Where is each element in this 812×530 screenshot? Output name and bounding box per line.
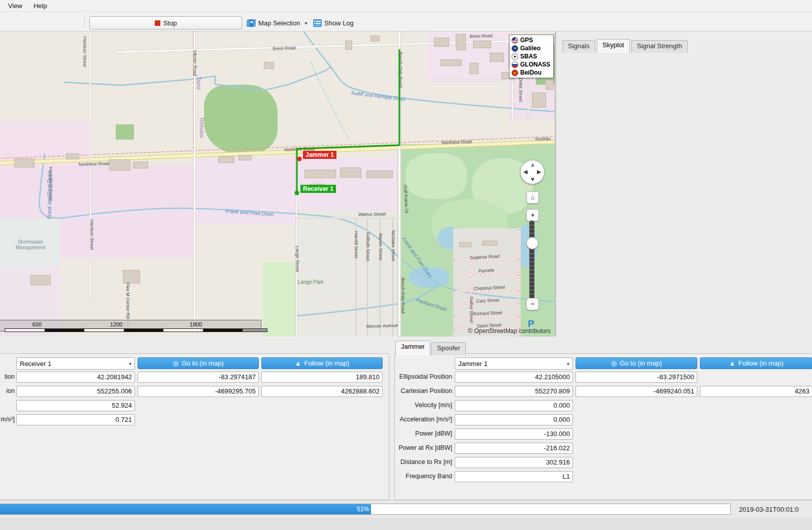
value-field[interactable]: 52.924 [16,400,135,411]
receiver-group-box: Receiver 1 ◎Go to (in map) ▲Follow (in m… [0,353,389,500]
row-label: Power at Rx [dBW] [395,444,452,451]
scale-tick-label: 1800 [190,321,202,327]
receiver-goto-button[interactable]: ◎Go to (in map) [138,357,259,369]
tab-jammer[interactable]: Jammer [395,341,430,355]
value-field[interactable]: 42.2105000 [455,372,573,383]
tab-skyplot[interactable]: Skyplot [597,39,630,53]
legend-row-sbas: ➤SBAS [512,52,551,60]
show-log-label: Show Log [324,19,354,27]
us-flag-icon [512,37,518,44]
map-view[interactable]: Brest RoadBrest RoadInkster RoadTaylorRo… [0,31,556,337]
value-field[interactable]: -216.022 [455,443,573,454]
pan-down-icon[interactable]: ▼ [530,177,535,182]
row-label: m/s²] [0,416,15,423]
scale-segment [5,329,45,332]
scale-tick-label: 1200 [110,321,122,327]
value-field[interactable]: -4699240.051 [576,386,697,397]
value-field[interactable]: 189.810 [261,372,383,383]
map-marker-label[interactable]: Receiver 1 [300,185,336,193]
signals-panel: Receiver 1 N03060E120150S210240W30033030… [557,31,812,337]
value-field[interactable]: 552270.809 [455,386,573,397]
map-zoom-slider-track[interactable] [529,220,534,300]
value-field[interactable]: -130.000 [455,428,573,440]
value-field[interactable]: -83.2974187 [138,372,259,383]
menu-item-view[interactable]: View [3,1,27,11]
value-field[interactable]: 42.2081942 [16,372,135,383]
jammer-goto-button[interactable]: ◎Go to (in map) [576,357,697,369]
progress-percent-label: 51% [357,506,369,513]
map-marker-label[interactable]: Jammer 1 [303,151,336,159]
legend-label: GPS [520,37,533,44]
map-zoom-in-button[interactable]: + [526,209,539,221]
row-label: tion [0,373,15,380]
value-field[interactable]: 0.721 [16,414,135,425]
legend-label: SBAS [520,53,537,60]
eu-flag-icon: ✶ [512,45,518,52]
status-bar: 51% 2019-03-31T00:01:0 [0,500,812,518]
row-label: Acceleration [m/s²] [395,416,452,423]
row-label: ion [0,387,15,394]
scale-segment [203,329,243,332]
value-field[interactable]: 0.000 [455,400,573,411]
jammer-select[interactable]: Jammer 1 [455,357,573,370]
stop-button[interactable]: Stop [89,16,242,29]
row-label: Frequency Band [395,473,452,480]
tab-spoofer[interactable]: Spoofer [431,342,466,355]
map-zoom-out-button[interactable]: − [526,298,539,310]
value-field[interactable]: -4699295.705 [138,386,259,397]
cn-flag-icon: ★ [512,70,518,76]
pan-right-icon[interactable]: ▶ [537,169,541,175]
show-log-button[interactable]: Show Log [313,16,354,29]
legend-row-beidou: ★BeiDou [512,69,551,77]
jammer-follow-button[interactable]: ▲Follow (in map) [700,357,812,369]
legend-label: Galileo [520,45,540,52]
ru-flag-icon [512,61,518,68]
row-label: Ellipsoidal Position [395,373,452,380]
menu-item-help[interactable]: Help [28,1,52,11]
map-pan-control[interactable]: ▲ ▼ ◀ ▶ [520,160,545,184]
value-field[interactable]: L1 [455,471,573,482]
row-label: Velocity [m/s] [395,402,452,409]
map-marker-dot [295,191,299,195]
receiver-select-value: Receiver 1 [20,360,51,368]
goto-icon: ◎ [611,359,617,367]
map-home-button[interactable]: ⌂ [526,191,539,204]
legend-row-glonass: GLONASS [512,60,551,69]
sbas-flag-icon: ➤ [512,53,518,60]
window-bottom-strip [0,518,812,530]
legend-row-gps: GPS [512,36,551,44]
log-list-icon [313,19,322,27]
scale-segment [84,329,124,332]
value-field[interactable]: 4262888.602 [261,386,383,397]
scale-segment [243,329,267,332]
map-selection-button[interactable]: Map Selection ▾ [247,16,309,29]
stop-label: Stop [163,19,177,27]
value-field[interactable]: 0.000 [455,414,573,425]
simulation-progress-bar: 51% [0,504,731,515]
map-selection-label: Map Selection [258,19,300,27]
constellation-legend: GPS✶Galileo➤SBASGLONASS★BeiDou [509,35,554,78]
chevron-down-icon[interactable]: ▾ [302,20,309,26]
receiver-follow-button[interactable]: ▲Follow (in map) [261,357,383,369]
value-field[interactable]: 4263 [700,386,812,397]
trajectory-route [0,31,555,337]
map-pin-icon [246,19,256,27]
tab-signals[interactable]: Signals [562,40,595,53]
value-field[interactable]: -83.2971500 [576,372,697,383]
legend-label: GLONASS [520,61,550,68]
simulation-timestamp: 2019-03-31T00:01:0 [739,506,799,513]
jammer-group-box: Jammer 1 ◎Go to (in map) ▲Follow (in map… [394,353,812,500]
tab-signal-strength[interactable]: Signal Strength [631,40,688,53]
toolbar: Stop Map Selection ▾ Show Log [0,12,812,31]
row-label: Distance to Rx [m] [395,458,452,466]
receiver-select[interactable]: Receiver 1 [16,357,135,370]
goto-icon: ◎ [173,359,178,367]
scale-tick-label: 600 [32,321,42,327]
value-field[interactable]: 302.916 [455,457,573,468]
row-label: Cartesian Position [395,387,452,394]
jammer-select-value: Jammer 1 [458,360,488,368]
pan-left-icon[interactable]: ◀ [523,169,527,175]
map-zoom-slider-handle[interactable] [526,237,538,249]
pan-up-icon[interactable]: ▲ [530,162,535,168]
value-field[interactable]: 552255.006 [16,386,135,397]
